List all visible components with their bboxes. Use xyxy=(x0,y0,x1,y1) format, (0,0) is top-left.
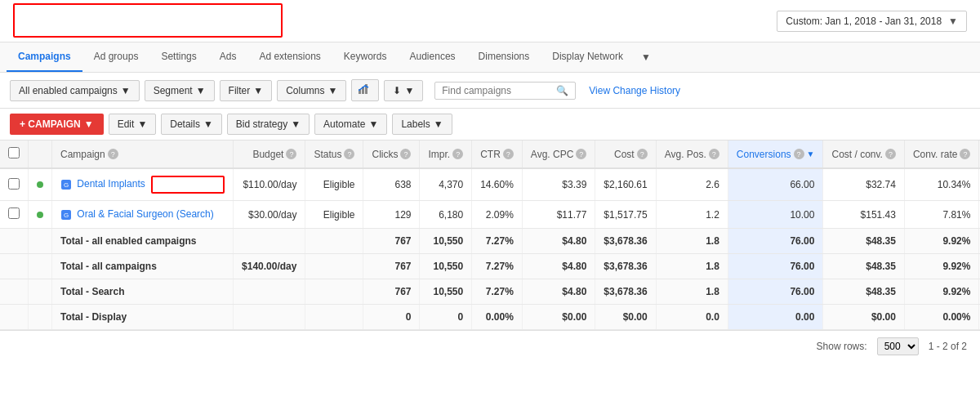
tab-keywords[interactable]: Keywords xyxy=(332,42,399,72)
bid-strategy-dropdown[interactable]: Bid strategy ▼ xyxy=(227,114,310,135)
status-dot-icon xyxy=(37,212,43,218)
chart-icon-btn[interactable] xyxy=(351,79,379,101)
campaign-button[interactable]: + CAMPAIGN ▼ xyxy=(10,114,104,135)
th-budget-help-icon[interactable]: ? xyxy=(286,149,296,159)
th-cost-label: Cost xyxy=(614,149,635,160)
campaign-name-link[interactable]: Oral & Facial Surgeon (Search) xyxy=(77,208,213,220)
total-budget xyxy=(234,229,305,254)
edit-dropdown[interactable]: Edit ▼ xyxy=(109,114,157,135)
automate-label: Automate xyxy=(323,118,365,130)
columns-label: Columns xyxy=(286,85,324,96)
total-conversions: 76.00 xyxy=(728,254,823,279)
total-cost: $3,678.36 xyxy=(595,279,656,305)
tab-more[interactable]: ▼ xyxy=(635,43,657,71)
th-costconv-help-icon[interactable]: ? xyxy=(885,149,896,159)
tab-dimensions[interactable]: Dimensions xyxy=(467,42,541,72)
row-conversions: 66.00 xyxy=(728,168,823,201)
segment-dropdown[interactable]: Segment ▼ xyxy=(145,80,215,101)
nav-tabs: Campaigns Ad groups Settings Ads Ad exte… xyxy=(0,42,980,73)
date-picker-arrow-icon: ▼ xyxy=(948,16,958,27)
download-dropdown[interactable]: ⬇ ▼ xyxy=(384,80,423,101)
th-clicks-help-icon[interactable]: ? xyxy=(400,149,411,159)
th-avgpos-help-icon[interactable]: ? xyxy=(709,149,719,159)
th-status-help-icon[interactable]: ? xyxy=(344,149,354,159)
row-budget: $110.00/day xyxy=(234,168,305,201)
svg-text:G: G xyxy=(64,212,69,219)
row-budget: $30.00/day xyxy=(234,201,305,229)
total-ctr: 0.00% xyxy=(472,305,523,330)
tab-settings[interactable]: Settings xyxy=(149,42,207,72)
total-empty1 xyxy=(0,279,29,305)
campaigns-table-wrapper: Campaign ? Budget ? Status ? xyxy=(0,141,980,330)
labels-dropdown[interactable]: Labels ▼ xyxy=(392,114,452,135)
segment-arrow-icon: ▼ xyxy=(196,85,206,96)
th-cost-help-icon[interactable]: ? xyxy=(637,149,648,159)
total-campaign-label: Total - Search xyxy=(52,279,234,305)
row-ctr: 2.09% xyxy=(472,201,523,229)
automate-dropdown[interactable]: Automate ▼ xyxy=(314,114,387,135)
th-status: Status ? xyxy=(305,141,363,168)
total-budget xyxy=(234,279,305,305)
labels-label: Labels xyxy=(401,118,430,130)
tab-audiences[interactable]: Audiences xyxy=(399,42,467,72)
status-dot-icon xyxy=(37,181,43,188)
view-change-history-link[interactable]: View Change History xyxy=(589,85,680,96)
total-ctr: 7.27% xyxy=(472,229,523,254)
show-rows-label: Show rows: xyxy=(817,341,867,352)
pagination: Show rows: 500 1 - 2 of 2 xyxy=(0,330,980,362)
row-impr: 6,180 xyxy=(420,201,472,229)
row-checkbox[interactable] xyxy=(8,178,20,190)
th-convrate-help-icon[interactable]: ? xyxy=(960,149,970,159)
row-checkbox[interactable] xyxy=(8,208,20,219)
total-status xyxy=(305,305,363,330)
edit-label: Edit xyxy=(118,118,135,130)
search-input[interactable] xyxy=(442,85,556,96)
row-checkbox-cell xyxy=(0,201,29,229)
th-budget-label: Budget xyxy=(252,149,283,160)
row-conversions: 10.00 xyxy=(728,201,823,229)
row-clicks: 129 xyxy=(363,201,420,229)
date-picker-label: Custom: Jan 1, 2018 - Jan 31, 2018 xyxy=(786,16,942,27)
all-campaigns-arrow-icon: ▼ xyxy=(121,85,131,96)
total-costconv: $0.00 xyxy=(823,305,904,330)
th-ctr-help-icon[interactable]: ? xyxy=(503,149,514,159)
total-campaign-label: Total - all enabled campaigns xyxy=(52,229,234,254)
th-conversions-help-icon[interactable]: ? xyxy=(794,149,804,159)
total-ctr: 7.27% xyxy=(472,279,523,305)
th-avgcpc-help-icon[interactable]: ? xyxy=(576,149,586,159)
tab-display-network[interactable]: Display Network xyxy=(541,42,635,72)
details-label: Details xyxy=(170,118,200,130)
rows-per-page-select[interactable]: 500 xyxy=(877,337,919,355)
filter-label: Filter xyxy=(229,85,251,96)
th-costconv: Cost / conv. ? xyxy=(823,141,904,168)
campaign-name-link[interactable]: Dental Implants xyxy=(77,178,145,190)
th-clicks: Clicks ? xyxy=(363,141,420,168)
th-conversions[interactable]: Conversions ? ▼ xyxy=(728,141,823,168)
columns-dropdown[interactable]: Columns ▼ xyxy=(277,80,346,101)
all-campaigns-dropdown[interactable]: All enabled campaigns ▼ xyxy=(10,80,140,101)
th-impr-label: Impr. xyxy=(428,149,450,160)
campaign-button-label: + CAMPAIGN xyxy=(20,118,81,130)
tab-ads[interactable]: Ads xyxy=(208,42,248,72)
th-campaign-help-icon[interactable]: ? xyxy=(108,149,118,159)
th-avgcpc: Avg. CPC ? xyxy=(522,141,595,168)
tab-campaigns[interactable]: Campaigns xyxy=(7,42,82,72)
th-impr-help-icon[interactable]: ? xyxy=(452,149,463,159)
search-icon[interactable]: 🔍 xyxy=(556,85,568,96)
conversions-sort-arrow-icon: ▼ xyxy=(807,149,815,158)
campaign-button-arrow-icon: ▼ xyxy=(84,118,94,130)
total-empty2 xyxy=(29,279,52,305)
tab-ad-extensions[interactable]: Ad extensions xyxy=(247,42,332,72)
row-convrate: 10.34% xyxy=(904,168,978,201)
campaign-type-icon: G xyxy=(60,209,72,221)
total-avgpos: 1.8 xyxy=(656,254,728,279)
row-convrate: 7.81% xyxy=(904,201,978,229)
total-convrate: 9.92% xyxy=(904,229,978,254)
details-dropdown[interactable]: Details ▼ xyxy=(161,114,222,135)
date-picker[interactable]: Custom: Jan 1, 2018 - Jan 31, 2018 ▼ xyxy=(777,11,967,32)
filter-dropdown[interactable]: Filter ▼ xyxy=(220,80,273,101)
total-cost: $0.00 xyxy=(595,305,656,330)
select-all-checkbox[interactable] xyxy=(8,147,20,158)
tab-ad-groups[interactable]: Ad groups xyxy=(82,42,150,72)
total-clicks: 767 xyxy=(363,279,420,305)
